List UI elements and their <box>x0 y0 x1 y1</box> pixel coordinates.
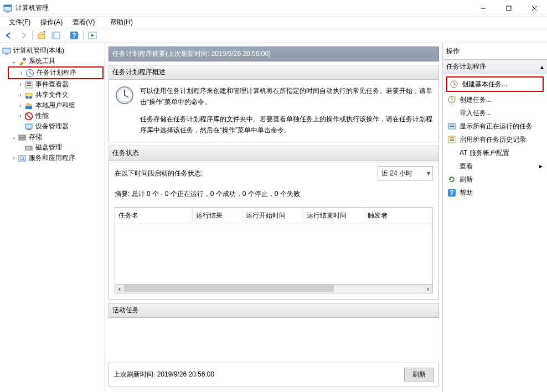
clock-icon <box>115 85 135 105</box>
maximize-button[interactable] <box>496 0 522 17</box>
submenu-arrow-icon: ▸ <box>539 162 543 171</box>
svg-rect-1 <box>4 5 12 7</box>
col-run-result[interactable]: 运行结果 <box>193 208 242 223</box>
scroll-track[interactable] <box>124 285 424 293</box>
status-section: 任务状态 在以下时间段启动的任务状态: 近 24 小时 摘要: 总计 0 个 -… <box>109 146 439 300</box>
svg-rect-25 <box>27 129 31 130</box>
menu-help[interactable]: 帮助(H) <box>106 17 137 28</box>
minimize-button[interactable] <box>471 0 496 17</box>
active-tasks-section: 活动任务 <box>109 303 439 318</box>
expand-icon[interactable]: › <box>17 90 24 100</box>
users-icon <box>24 101 33 110</box>
tree-performance[interactable]: › 性能 <box>1 111 104 121</box>
active-tasks-title: 活动任务 <box>109 303 439 318</box>
tree-event-viewer[interactable]: › 事件查看器 <box>1 79 104 90</box>
svg-rect-6 <box>52 32 55 39</box>
action-create-basic-task[interactable]: 创建基本任务... <box>447 78 543 91</box>
action-create-task[interactable]: 创建任务... <box>445 93 545 106</box>
refresh-button[interactable]: 刷新 <box>404 368 434 381</box>
table-body <box>115 224 432 285</box>
svg-rect-38 <box>450 126 454 127</box>
svg-rect-37 <box>450 125 454 126</box>
action-refresh[interactable]: 刷新 <box>445 173 545 186</box>
svg-rect-3 <box>507 6 511 11</box>
expand-icon[interactable]: › <box>17 100 24 111</box>
overview-title: 任务计划程序概述 <box>109 65 439 80</box>
overview-paragraph-2: 任务存储在任务计划程序库的文件夹中。若要查看单独任务上的操作或执行该操作，请在任… <box>140 114 433 136</box>
time-range-dropdown[interactable]: 近 24 小时 <box>378 166 433 180</box>
event-viewer-icon <box>24 80 33 89</box>
tree-device-manager[interactable]: › 设备管理器 <box>1 121 104 132</box>
tree-system-tools[interactable]: ⌄ 系统工具 <box>1 56 104 66</box>
col-trigger[interactable]: 触发者 <box>364 208 432 223</box>
action-enable-history[interactable]: 启用所有任务历史记录 <box>445 133 545 146</box>
tree-shared-folders[interactable]: › 共享文件夹 <box>1 90 104 100</box>
svg-rect-10 <box>3 48 11 53</box>
tree-local-users[interactable]: › 本地用户和组 <box>1 100 104 111</box>
status-title: 任务状态 <box>109 146 439 161</box>
svg-rect-22 <box>25 106 32 109</box>
svg-rect-24 <box>25 124 32 128</box>
action-show-running[interactable]: 显示所有正在运行的任务 <box>445 120 545 133</box>
col-end-time[interactable]: 运行结束时间 <box>303 208 364 223</box>
menu-view[interactable]: 查看(V) <box>68 17 99 28</box>
console-tree[interactable]: 计算机管理(本地) ⌄ 系统工具 › 任务计划程序 › 事件查看器 › 共享文件… <box>0 43 105 392</box>
tree-task-scheduler[interactable]: › 任务计划程序 <box>10 68 101 78</box>
expand-icon[interactable]: › <box>10 153 18 163</box>
tree-disk-management[interactable]: › 磁盘管理 <box>1 142 104 153</box>
scroll-thumb[interactable] <box>124 285 334 292</box>
svg-point-29 <box>30 147 32 148</box>
help-button[interactable]: ? <box>68 29 81 42</box>
svg-text:?: ? <box>450 189 453 197</box>
summary-header: 任务计划程序摘要(上次刷新时间: 2019/9/26 20:56:00) <box>109 47 439 61</box>
svg-point-12 <box>23 58 26 61</box>
titlebar: 计算机管理 <box>0 0 547 17</box>
run-button[interactable] <box>86 29 99 42</box>
svg-rect-11 <box>5 54 8 55</box>
scroll-left-button[interactable]: ‹ <box>115 285 124 293</box>
svg-rect-4 <box>38 34 45 39</box>
services-icon <box>18 154 27 163</box>
col-task-name[interactable]: 任务名 <box>115 208 193 223</box>
up-button[interactable] <box>35 29 48 42</box>
tree-services-apps[interactable]: › 服务和应用程序 <box>1 153 104 163</box>
last-refresh-label: 上次刷新时间: 2019/9/26 20:56:00 <box>113 370 214 379</box>
action-view[interactable]: 查看 ▸ <box>445 159 545 173</box>
scroll-right-button[interactable]: › <box>424 285 432 293</box>
highlight-create-basic-task: 创建基本任务... <box>446 76 544 92</box>
blank-icon <box>447 162 456 171</box>
running-tasks-icon <box>447 122 456 131</box>
back-button[interactable] <box>2 29 16 42</box>
table-header: 任务名 运行结果 运行开始时间 运行结束时间 触发者 <box>115 208 432 224</box>
collapse-icon[interactable]: ⌄ <box>10 132 18 142</box>
svg-rect-40 <box>450 137 454 138</box>
refresh-icon <box>447 175 456 184</box>
actions-subheader: 任务计划程序 ▴ <box>443 60 547 74</box>
menu-action[interactable]: 操作(A) <box>36 17 67 28</box>
toolbar: ? <box>0 28 547 43</box>
horizontal-scrollbar[interactable]: ‹ › <box>115 285 433 293</box>
app-icon <box>3 4 12 13</box>
clock-icon <box>25 69 34 78</box>
blank-icon <box>447 148 456 157</box>
expand-icon[interactable]: › <box>17 79 24 90</box>
collapse-icon[interactable]: ▴ <box>540 63 544 71</box>
expand-icon[interactable]: › <box>17 111 24 121</box>
tree-root[interactable]: 计算机管理(本地) <box>1 45 104 56</box>
collapse-icon[interactable]: ⌄ <box>10 56 18 66</box>
menu-file[interactable]: 文件(F) <box>4 17 35 28</box>
close-button[interactable] <box>522 0 547 17</box>
forward-button[interactable] <box>17 29 30 42</box>
col-start-time[interactable]: 运行开始时间 <box>242 208 303 223</box>
highlight-task-scheduler: › 任务计划程序 <box>8 66 104 79</box>
device-icon <box>24 122 33 131</box>
show-hide-tree-button[interactable] <box>49 29 63 42</box>
svg-rect-27 <box>19 138 25 140</box>
overview-section: 任务计划程序概述 可以使用任务计划程序来创建和管理计算机将在所指定的时间自动执行… <box>109 65 439 142</box>
expand-icon[interactable]: › <box>18 68 25 78</box>
action-help[interactable]: ? 帮助 <box>445 186 545 199</box>
tree-storage[interactable]: ⌄ 存储 <box>1 132 104 142</box>
action-at-service-account[interactable]: AT 服务帐户配置 <box>445 146 545 159</box>
svg-rect-41 <box>450 140 454 141</box>
action-import-task[interactable]: 导入任务... <box>445 106 545 120</box>
